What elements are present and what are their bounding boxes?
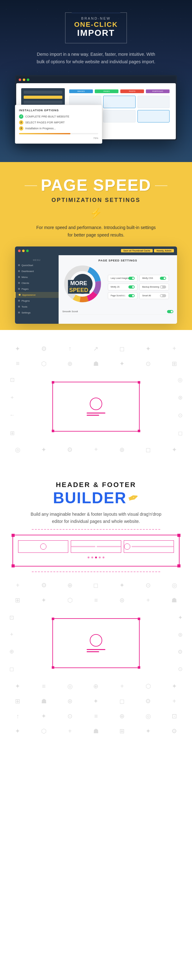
right-icons-2: ✦ ⊛ ⚙ ⊙ [178,609,182,678]
center-wireframe-section: ⊡ + ← ⊞ ◎ ⊛ ⊙ ◻ [6,372,186,441]
badge-line: BRAND-NEW [74,16,118,20]
dialog-title: Installation Options [19,109,98,112]
center-wireframe-section-2: ⊡ + ⊕ ◻ ✦ ⊛ ⚙ ⊙ [6,609,186,678]
toggle-smooth[interactable] [167,310,173,313]
wf-corner-br [177,564,181,568]
sidebar-item-menu[interactable]: Menu [15,274,59,280]
step-label-1: COMPLETE PRE-BUILT WEBSITE [25,115,69,118]
corner-tr-2 [138,617,140,620]
icon-cell: ⬡ [32,725,56,737]
sidebar-item [24,91,62,94]
icon-cell: ☗ [84,725,108,737]
decoration-line-left [25,185,37,186]
sidebar-label: Dashboard [22,270,34,273]
wf-dot-nav [91,557,93,558]
badge-main: IMPORT [74,29,118,38]
toggle-minify-js[interactable] [129,285,135,288]
setting-label: Lazy Load Images [111,277,129,279]
icon-cell: ⬡ [32,357,56,370]
toggle-minify-css[interactable] [160,277,166,280]
icon-row-1: ✦ ⚙ ↑ ↗ ◻ ✦ + [6,342,186,355]
dot-red-2 [18,250,21,252]
sidebar-item-dashboard[interactable]: Dashboard [15,268,59,274]
icon-left-3: ← [10,412,15,418]
sidebar-label: Tools [22,305,27,308]
icon-cell: ✦ [6,680,29,692]
icon-cell: ✦ [111,357,134,370]
icon-cell: ✦ [163,680,186,692]
section-pagespeed: PAGE SPEED OPTIMIZATION SETTINGS ⚡ For m… [0,162,192,330]
icon-cell: ⊕ [58,357,81,370]
icon-left2-4: ◻ [10,666,14,673]
sidebar-item-pages[interactable]: Pages [15,286,59,292]
icon-cell: ≡ [84,594,108,606]
center-wireframe-box-2 [52,618,140,668]
setting-row-smooth: Smooth Scroll [62,309,173,315]
icon-right2-1: ✦ [178,614,182,621]
sidebar-dot [18,288,20,290]
icon-cell: ≡ [6,357,29,370]
header-cell: POSTS [120,89,144,93]
decoration-line-right [155,185,167,186]
corner-tl-2 [52,617,54,620]
toggle-scroll[interactable] [129,294,135,297]
icon-right2-2: ⊛ [178,631,182,638]
icon-cell: ◎ [163,579,186,592]
additional-settings: Smooth Scroll [62,309,173,315]
wf-dot-nav [103,557,105,558]
setting-label: Backup Browsing [142,286,159,288]
icon-cell: ✦ [6,342,29,355]
icon-cell: ◎ [6,444,29,456]
top-dashed-line [32,529,160,530]
icon-cell: ✦ [6,725,29,737]
sidebar-item-clients[interactable]: Clients [15,280,59,286]
pagespeed-title: PAGE SPEED [41,177,151,193]
badge-highlight: ONE-CLICK [74,21,118,29]
setting-label: Minify CSS [142,277,153,279]
icon-cell: + [6,579,29,592]
sidebar-item-plugins[interactable]: Plugins [15,298,59,304]
icon-cell: ◻ [111,695,134,707]
setting-backup: Backup Browsing [139,283,169,290]
builder-title-sub: BUILDER ✒ [13,490,179,506]
header-cell: IMAGES [69,89,93,93]
wf-corner-bl [11,564,15,568]
sidebar-item-settings[interactable]: Settings [15,310,59,316]
setting-label: Smooth Scroll [62,310,78,313]
sidebar-dot [18,300,20,302]
dot-yellow-2 [22,250,25,252]
box-circle-2 [90,634,102,647]
sidebar-item [24,101,62,104]
icon-left2-3: ⊕ [10,648,14,655]
sidebar-item-quickstart[interactable]: QuickStart [15,262,59,268]
icon-cell: ⊕ [58,579,81,592]
speed-settings-grid: Lazy Load Images Minify CSS Minify JS [108,275,169,299]
toggle-lazy-load[interactable] [129,277,135,280]
import-dialog: Installation Options ✓ COMPLETE PRE-BUIL… [15,105,102,144]
toggle-smart[interactable] [160,294,166,297]
nav-btn-save[interactable]: Save all Thumbnail Cache [121,249,153,252]
sidebar-item-tools[interactable]: Tools [15,304,59,310]
speed-icon: ⚡ [13,207,179,219]
wf-corner-tl [11,534,15,537]
icon-right-3: ⊙ [178,412,182,419]
sidebar-dot [18,312,20,313]
corner-br-2 [138,666,140,669]
grid-item-highlight [103,95,135,108]
icon-cell: ⊡ [163,710,186,722]
icon-cell: ≡ [32,680,56,692]
icon-cell: ↑ [58,342,81,355]
icon-left-4: ⊞ [10,430,15,437]
wireframe-outer [13,535,179,566]
right-icons: ◎ ⊛ ⊙ ◻ [178,372,182,441]
progress-label: 79% [19,137,98,140]
toggle-backup[interactable] [160,285,166,288]
nav-btn-admin[interactable]: Howdy, Admin [154,249,174,252]
sidebar-item-appearance[interactable]: Appearance [15,292,59,298]
wf-line [71,546,95,547]
icon-cell: ✦ [32,444,56,456]
icon-cell: ⬡ [58,594,81,606]
grid-item [138,95,170,108]
setting-scroll: Page Scroll A.I. [108,292,138,299]
wf-dot-nav-active [95,557,97,558]
